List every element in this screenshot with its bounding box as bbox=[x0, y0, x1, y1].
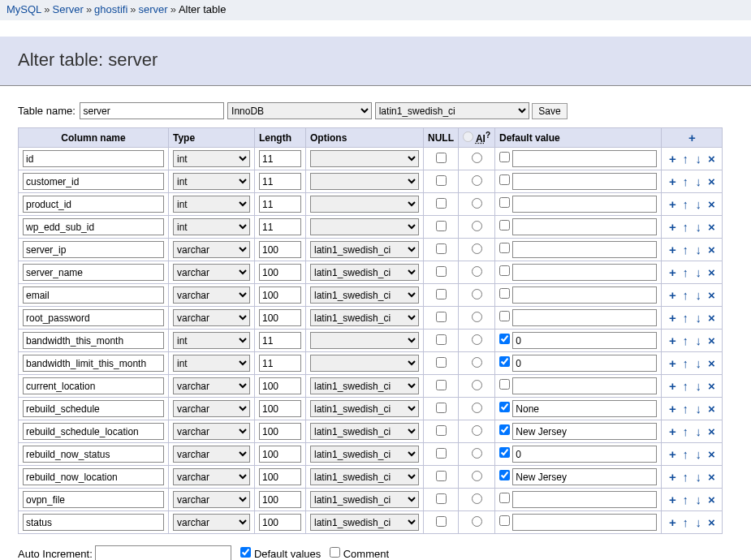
column-has-default-checkbox[interactable] bbox=[499, 174, 510, 185]
column-default-input[interactable] bbox=[512, 423, 657, 440]
header-add[interactable]: + bbox=[662, 128, 723, 148]
column-length-input[interactable] bbox=[259, 446, 301, 463]
move-up-icon[interactable]: ↑ bbox=[680, 152, 691, 166]
column-options-select[interactable]: latin1_swedish_ci bbox=[310, 423, 419, 440]
column-length-input[interactable] bbox=[259, 332, 301, 349]
move-up-icon[interactable]: ↑ bbox=[680, 311, 691, 325]
save-button[interactable]: Save bbox=[532, 103, 567, 119]
collation-select[interactable]: latin1_swedish_ci bbox=[375, 102, 529, 119]
move-up-icon[interactable]: ↑ bbox=[680, 174, 691, 188]
column-ai-radio[interactable] bbox=[472, 471, 482, 481]
move-down-icon[interactable]: ↓ bbox=[693, 243, 704, 256]
move-down-icon[interactable]: ↓ bbox=[693, 152, 704, 166]
column-null-checkbox[interactable] bbox=[436, 448, 447, 459]
column-has-default-checkbox[interactable] bbox=[499, 265, 510, 276]
remove-column-icon[interactable]: × bbox=[706, 334, 717, 347]
column-type-select[interactable]: varchar bbox=[173, 400, 250, 417]
column-options-select[interactable] bbox=[310, 218, 419, 235]
column-null-checkbox[interactable] bbox=[436, 289, 447, 299]
column-options-select[interactable]: latin1_swedish_ci bbox=[310, 514, 419, 531]
column-length-input[interactable] bbox=[259, 196, 301, 213]
column-null-checkbox[interactable] bbox=[436, 403, 447, 413]
add-column-icon[interactable]: + bbox=[667, 493, 678, 506]
column-default-input[interactable] bbox=[512, 173, 657, 190]
column-ai-radio[interactable] bbox=[472, 243, 482, 254]
column-length-input[interactable] bbox=[259, 286, 301, 304]
column-options-select[interactable]: latin1_swedish_ci bbox=[310, 400, 419, 417]
move-up-icon[interactable]: ↑ bbox=[680, 402, 691, 416]
column-length-input[interactable] bbox=[259, 400, 301, 417]
column-ai-radio[interactable] bbox=[472, 403, 482, 413]
move-down-icon[interactable]: ↓ bbox=[693, 265, 704, 279]
column-default-input[interactable] bbox=[512, 150, 657, 167]
move-up-icon[interactable]: ↑ bbox=[680, 197, 691, 211]
move-up-icon[interactable]: ↑ bbox=[680, 243, 691, 256]
column-length-input[interactable] bbox=[259, 491, 301, 508]
breadcrumb-link[interactable]: ghostifi bbox=[94, 3, 127, 15]
table-name-input[interactable] bbox=[80, 102, 224, 119]
column-default-input[interactable] bbox=[512, 355, 657, 372]
column-length-input[interactable] bbox=[259, 264, 301, 281]
move-up-icon[interactable]: ↑ bbox=[680, 470, 691, 484]
column-null-checkbox[interactable] bbox=[436, 221, 447, 231]
remove-column-icon[interactable]: × bbox=[706, 288, 717, 302]
column-type-select[interactable]: int bbox=[173, 332, 250, 349]
column-name-input[interactable] bbox=[23, 150, 164, 167]
column-length-input[interactable] bbox=[259, 241, 301, 258]
column-length-input[interactable] bbox=[259, 150, 301, 167]
column-options-select[interactable]: latin1_swedish_ci bbox=[310, 491, 419, 508]
column-options-select[interactable]: latin1_swedish_ci bbox=[310, 468, 419, 485]
move-down-icon[interactable]: ↓ bbox=[693, 334, 704, 347]
column-default-input[interactable] bbox=[512, 241, 657, 258]
remove-column-icon[interactable]: × bbox=[706, 515, 717, 529]
column-options-select[interactable]: latin1_swedish_ci bbox=[310, 446, 419, 463]
column-name-input[interactable] bbox=[23, 332, 164, 349]
move-down-icon[interactable]: ↓ bbox=[693, 379, 704, 393]
move-down-icon[interactable]: ↓ bbox=[693, 220, 704, 234]
column-null-checkbox[interactable] bbox=[436, 425, 447, 436]
column-has-default-checkbox[interactable] bbox=[499, 220, 510, 230]
breadcrumb-link[interactable]: MySQL bbox=[6, 3, 41, 15]
move-up-icon[interactable]: ↑ bbox=[680, 379, 691, 393]
column-ai-radio[interactable] bbox=[472, 516, 482, 527]
column-options-select[interactable]: latin1_swedish_ci bbox=[310, 377, 419, 394]
column-ai-radio[interactable] bbox=[472, 266, 482, 277]
column-has-default-checkbox[interactable] bbox=[499, 402, 510, 412]
column-ai-radio[interactable] bbox=[472, 357, 482, 368]
move-down-icon[interactable]: ↓ bbox=[693, 288, 704, 302]
column-type-select[interactable]: varchar bbox=[173, 309, 250, 326]
column-options-select[interactable]: latin1_swedish_ci bbox=[310, 264, 419, 281]
move-up-icon[interactable]: ↑ bbox=[680, 356, 691, 370]
column-default-input[interactable] bbox=[512, 446, 657, 463]
column-options-select[interactable] bbox=[310, 173, 419, 190]
add-column-icon[interactable]: + bbox=[667, 424, 678, 438]
column-type-select[interactable]: varchar bbox=[173, 286, 250, 304]
remove-column-icon[interactable]: × bbox=[706, 470, 717, 484]
column-has-default-checkbox[interactable] bbox=[499, 311, 510, 321]
column-options-select[interactable] bbox=[310, 150, 419, 167]
column-options-select[interactable]: latin1_swedish_ci bbox=[310, 241, 419, 258]
column-default-input[interactable] bbox=[512, 332, 657, 349]
column-name-input[interactable] bbox=[23, 468, 164, 485]
add-column-icon[interactable]: + bbox=[667, 152, 678, 166]
default-values-checkbox[interactable] bbox=[240, 547, 251, 558]
move-up-icon[interactable]: ↑ bbox=[680, 220, 691, 234]
remove-column-icon[interactable]: × bbox=[706, 493, 717, 506]
column-null-checkbox[interactable] bbox=[436, 516, 447, 527]
remove-column-icon[interactable]: × bbox=[706, 265, 717, 279]
add-column-icon[interactable]: + bbox=[667, 174, 678, 188]
column-has-default-checkbox[interactable] bbox=[499, 379, 510, 390]
column-default-input[interactable] bbox=[512, 377, 657, 394]
column-type-select[interactable]: varchar bbox=[173, 514, 250, 531]
column-has-default-checkbox[interactable] bbox=[499, 493, 510, 503]
column-length-input[interactable] bbox=[259, 514, 301, 531]
column-type-select[interactable]: varchar bbox=[173, 468, 250, 485]
column-name-input[interactable] bbox=[23, 309, 164, 326]
column-length-input[interactable] bbox=[259, 468, 301, 485]
column-type-select[interactable]: int bbox=[173, 150, 250, 167]
move-up-icon[interactable]: ↑ bbox=[680, 515, 691, 529]
column-null-checkbox[interactable] bbox=[436, 312, 447, 322]
move-up-icon[interactable]: ↑ bbox=[680, 493, 691, 506]
move-down-icon[interactable]: ↓ bbox=[693, 402, 704, 416]
column-name-input[interactable] bbox=[23, 377, 164, 394]
